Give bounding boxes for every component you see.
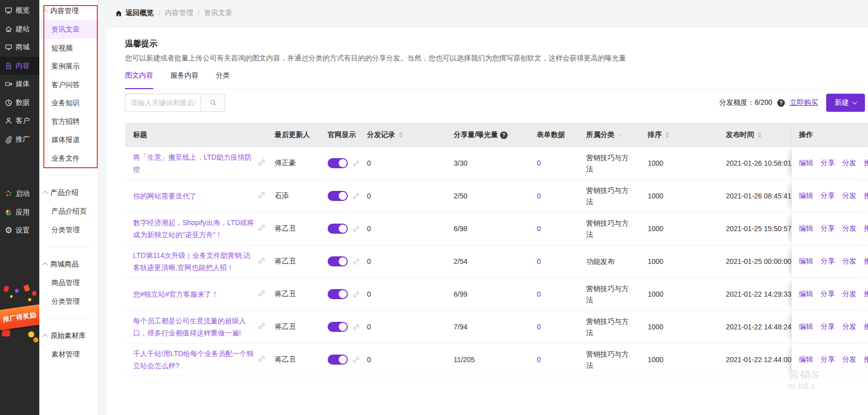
tab-category[interactable]: 分类: [216, 69, 230, 89]
form-data-link[interactable]: 0: [537, 323, 541, 331]
site-display-toggle[interactable]: [328, 256, 348, 266]
distribute-action[interactable]: 分发: [842, 290, 856, 299]
menu-item-business-knowledge[interactable]: 业务知识: [39, 94, 98, 112]
article-title-link[interactable]: 千人千站!用LTD给每个业务员配一个独立站会怎么样?: [133, 348, 257, 372]
article-title-link[interactable]: LTD第114次升级｜业务文件助营销,访客轨迹更清晰,官网也能把人招！: [133, 249, 257, 273]
menu-item-business-files[interactable]: 业务文件: [39, 149, 98, 168]
distribute-action[interactable]: 分发: [842, 224, 856, 233]
page-link-icon[interactable]: [352, 290, 360, 299]
nav-item-media[interactable]: 媒体: [0, 75, 39, 94]
page-link-icon[interactable]: [352, 225, 360, 233]
menu-group-title[interactable]: 产品介绍: [39, 184, 98, 202]
edit-action[interactable]: 编辑: [799, 355, 813, 364]
edit-action[interactable]: 编辑: [799, 224, 813, 233]
distribute-action[interactable]: 分发: [842, 257, 856, 266]
nav-item-launch[interactable]: 启动: [0, 185, 39, 203]
share-action[interactable]: 分享: [821, 191, 835, 200]
page-link-icon[interactable]: [352, 192, 360, 200]
menu-item-goods-category[interactable]: 分类管理: [39, 292, 98, 311]
promote-action[interactable]: 推: [864, 191, 868, 200]
menu-group-title[interactable]: 内容管理: [39, 2, 98, 20]
menu-item-short-video[interactable]: 短视频: [39, 39, 98, 57]
promote-action[interactable]: 推: [864, 224, 868, 233]
share-action[interactable]: 分享: [821, 159, 835, 168]
copy-link-icon[interactable]: [257, 256, 266, 267]
page-link-icon[interactable]: [352, 356, 360, 364]
distribute-action[interactable]: 分发: [842, 159, 856, 168]
article-title-link[interactable]: 每个员工都是公司生意流量的超级入口，很多行业都值得这样重做一遍!: [133, 315, 257, 339]
nav-item-apps[interactable]: 应用: [0, 203, 39, 222]
copy-link-icon[interactable]: [257, 322, 266, 332]
menu-item-case-show[interactable]: 案例展示: [39, 57, 98, 76]
tab-service-content[interactable]: 服务内容: [170, 69, 199, 89]
new-button[interactable]: 新建: [826, 94, 865, 112]
menu-group-title[interactable]: 商城商品: [39, 255, 98, 273]
site-display-toggle[interactable]: [328, 322, 348, 332]
filter-caret-icon[interactable]: [617, 132, 622, 136]
menu-item-product-page[interactable]: 产品介绍页: [39, 202, 98, 221]
article-title-link[interactable]: 数字经济潮起，Shopify出海，LTD或将成为新独立站的“诺亚方舟”！: [133, 217, 257, 241]
breadcrumb-articles[interactable]: 资讯文章: [204, 9, 232, 18]
article-title-link[interactable]: 将「生意」搬至线上，LTD助力疫情防控: [133, 151, 257, 175]
copy-link-icon[interactable]: [257, 224, 266, 234]
search-button[interactable]: [201, 94, 225, 112]
form-data-link[interactable]: 0: [537, 159, 541, 167]
share-action[interactable]: 分享: [821, 355, 835, 364]
article-title-link[interactable]: 您#独立站#官方客服来了！: [133, 288, 257, 300]
copy-link-icon[interactable]: [257, 289, 266, 300]
sort-icon[interactable]: [758, 132, 762, 138]
question-circle-icon[interactable]: ?: [777, 99, 785, 107]
menu-item-media-report[interactable]: 媒体报道: [39, 130, 98, 149]
nav-item-promotion[interactable]: 推广: [0, 130, 39, 149]
edit-action[interactable]: 编辑: [799, 191, 813, 200]
promo-banner[interactable]: 推广得奖励: [0, 283, 39, 354]
distribute-action[interactable]: 分发: [842, 322, 856, 331]
breadcrumb-home[interactable]: 返回概览: [115, 9, 154, 18]
promote-action[interactable]: 推: [864, 322, 868, 331]
nav-item-overview[interactable]: 概览: [0, 2, 39, 20]
site-display-toggle[interactable]: [328, 289, 348, 299]
page-link-icon[interactable]: [352, 159, 360, 168]
menu-item-articles[interactable]: 资讯文章: [39, 20, 98, 39]
article-title-link[interactable]: 你的网站需要迭代了: [133, 190, 257, 202]
nav-item-content[interactable]: 内容: [0, 57, 39, 76]
distribute-action[interactable]: 分发: [842, 355, 856, 364]
nav-item-site[interactable]: 建站: [0, 20, 39, 39]
site-display-toggle[interactable]: [328, 355, 348, 365]
menu-item-product-category[interactable]: 分类管理: [39, 221, 98, 239]
form-data-link[interactable]: 0: [537, 257, 541, 265]
sort-icon[interactable]: [665, 132, 669, 138]
menu-item-material-management[interactable]: 素材管理: [39, 345, 98, 364]
copy-link-icon[interactable]: [257, 355, 266, 365]
copy-link-icon[interactable]: [257, 191, 266, 201]
page-link-icon[interactable]: [352, 257, 360, 266]
form-data-link[interactable]: 0: [537, 356, 541, 364]
promote-action[interactable]: 推: [864, 257, 868, 266]
edit-action[interactable]: 编辑: [799, 159, 813, 168]
menu-item-official-jobs[interactable]: 官方招聘: [39, 112, 98, 131]
nav-item-settings[interactable]: ⚙ 设置: [0, 222, 39, 240]
form-data-link[interactable]: 0: [537, 192, 541, 200]
share-action[interactable]: 分享: [821, 224, 835, 233]
menu-group-title[interactable]: 原始素材库: [39, 327, 98, 345]
edit-action[interactable]: 编辑: [799, 257, 813, 266]
search-input[interactable]: [125, 94, 201, 112]
promote-action[interactable]: 推: [864, 290, 868, 299]
form-data-link[interactable]: 0: [537, 290, 541, 298]
nav-item-mall[interactable]: 商城: [0, 38, 39, 57]
promote-action[interactable]: 推: [864, 159, 868, 168]
share-action[interactable]: 分享: [821, 290, 835, 299]
buy-now-link[interactable]: 立即购买: [790, 98, 818, 107]
copy-link-icon[interactable]: [257, 158, 266, 169]
tab-image-text-content[interactable]: 图文内容: [125, 69, 153, 89]
nav-item-data[interactable]: 数据: [0, 94, 39, 112]
edit-action[interactable]: 编辑: [799, 290, 813, 299]
site-display-toggle[interactable]: [328, 191, 348, 201]
breadcrumb-content-management[interactable]: 内容管理: [165, 9, 193, 18]
promote-action[interactable]: 推: [864, 355, 868, 364]
distribute-action[interactable]: 分发: [842, 191, 856, 200]
question-circle-icon[interactable]: ?: [500, 131, 508, 139]
edit-action[interactable]: 编辑: [799, 322, 813, 331]
share-action[interactable]: 分享: [821, 322, 835, 331]
site-display-toggle[interactable]: [328, 158, 348, 168]
